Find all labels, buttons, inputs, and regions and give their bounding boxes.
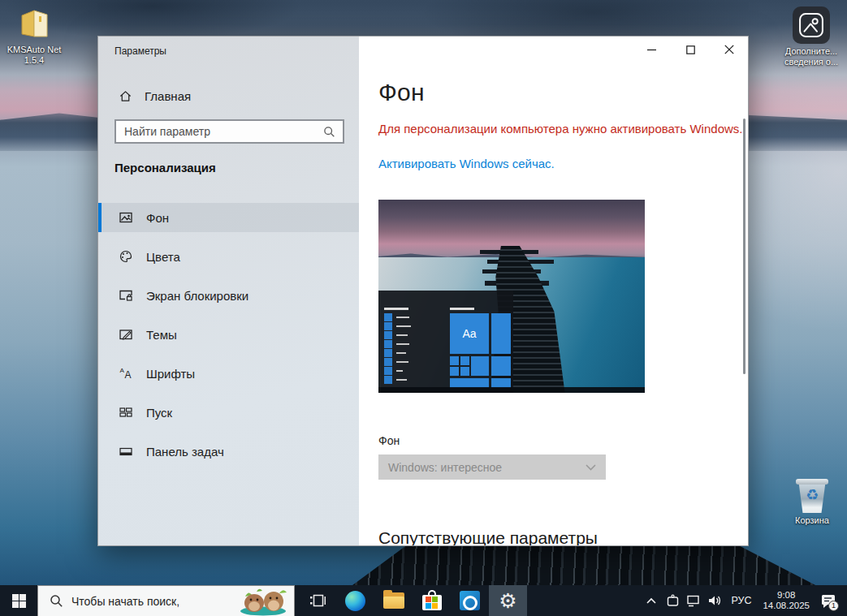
gear-icon: ⚙ (499, 591, 516, 611)
nav-label: Шрифты (146, 367, 195, 381)
page-title: Фон (378, 79, 425, 106)
picture-tile (793, 6, 830, 44)
nav-label: Панель задач (146, 445, 224, 459)
recycle-glyph: ♻ (796, 486, 828, 504)
start-layout-icon (119, 405, 133, 420)
preview-taskbar (378, 387, 645, 393)
close-button[interactable] (719, 41, 740, 58)
activation-warning: Для персонализации компьютера нужно акти… (378, 122, 742, 136)
search-highlight-image (232, 587, 294, 616)
minimize-button[interactable] (641, 41, 662, 58)
background-icon (119, 210, 133, 225)
preview-start-menu: Aa (378, 291, 513, 393)
settings-search-box[interactable] (115, 119, 344, 144)
chevron-down-icon (586, 464, 596, 471)
wallpaper-pier (349, 539, 820, 588)
clock[interactable]: 9:08 14.08.2025 (759, 590, 813, 611)
store-button[interactable] (413, 585, 451, 616)
picture-icon (797, 11, 825, 39)
tray-date: 14.08.2025 (763, 601, 810, 611)
tray-network-icon[interactable] (685, 585, 702, 616)
nav-label: Цвета (146, 250, 180, 264)
settings-window: Параметры Главная Персонализация Фон (97, 36, 749, 546)
search-icon (323, 126, 335, 138)
outlook-button[interactable] (451, 585, 489, 616)
recycle-bin-icon: ♻ (796, 479, 828, 513)
taskbar-apps: ⚙ (298, 585, 527, 616)
nav-label: Темы (146, 328, 177, 342)
desktop-icon-label: KMSAuto Net 1.5.4 (0, 45, 68, 66)
sidebar-nav: Фон Цвета Экран блокировки (98, 203, 359, 476)
edge-icon (345, 591, 365, 611)
sidebar-item-start[interactable]: Пуск (98, 398, 359, 427)
desktop-icon-spotlight-info[interactable]: Дополните... сведения о... (776, 6, 846, 67)
file-explorer-icon (383, 592, 404, 609)
settings-sidebar: Параметры Главная Персонализация Фон (98, 37, 359, 545)
windows-logo-icon (12, 594, 26, 608)
desktop-icon-kmsauto[interactable]: KMSAuto Net 1.5.4 (0, 6, 68, 66)
language-indicator[interactable]: РУС (728, 595, 754, 606)
window-title: Параметры (115, 45, 166, 57)
taskbar-search-input[interactable] (71, 595, 232, 608)
svg-text:A: A (125, 369, 132, 381)
window-caption-buttons (641, 41, 740, 58)
maximize-button[interactable] (680, 41, 701, 58)
system-tray: РУС 9:08 14.08.2025 1 (643, 585, 847, 616)
desktop-icon-recycle-bin[interactable]: ♻ Корзина (780, 479, 845, 526)
sidebar-item-themes[interactable]: Темы (98, 320, 359, 349)
taskbar: ⚙ РУС 9:08 14.08.2025 1 (0, 585, 847, 616)
sidebar-item-lock-screen[interactable]: Экран блокировки (98, 281, 359, 310)
edge-button[interactable] (336, 585, 374, 616)
preview-aa-tile: Aa (450, 313, 489, 354)
search-icon (50, 594, 63, 608)
desktop-icon-label: Корзина (780, 515, 845, 526)
task-view-icon (309, 592, 326, 610)
outlook-icon (460, 591, 480, 610)
file-explorer-button[interactable] (374, 585, 413, 616)
background-field-label: Фон (378, 434, 400, 447)
desktop-icon-label: Дополните... сведения о... (776, 46, 846, 67)
dropdown-value: Windows: интересное (388, 461, 586, 474)
taskbar-search-box[interactable] (37, 585, 295, 616)
sidebar-item-home[interactable]: Главная (115, 85, 326, 106)
palette-icon (119, 249, 133, 264)
tray-device-icon[interactable] (664, 585, 681, 616)
nav-label: Пуск (146, 406, 172, 420)
tray-volume-icon[interactable] (707, 585, 723, 616)
home-label: Главная (145, 89, 191, 103)
sidebar-item-colors[interactable]: Цвета (98, 242, 359, 271)
settings-button[interactable]: ⚙ (489, 585, 527, 616)
tray-chevron-up-icon[interactable] (643, 585, 659, 616)
themes-icon (119, 327, 133, 342)
scrollbar[interactable] (743, 118, 745, 374)
nav-label: Фон (146, 211, 169, 225)
related-settings-heading: Сопутствующие параметры (378, 528, 598, 546)
open-folder-icon (15, 6, 54, 39)
background-dropdown[interactable]: Windows: интересное (378, 454, 606, 480)
action-center-button[interactable]: 1 (818, 585, 839, 616)
home-icon (119, 89, 132, 103)
task-view-button[interactable] (298, 585, 336, 616)
tray-time: 9:08 (763, 590, 810, 601)
sidebar-item-background[interactable]: Фон (98, 203, 359, 232)
store-icon (422, 590, 442, 611)
taskbar-settings-icon (119, 444, 133, 459)
sidebar-item-fonts[interactable]: A A Шрифты (98, 359, 359, 388)
sidebar-section-title: Персонализация (115, 161, 216, 174)
background-preview: Aa (378, 200, 645, 393)
sidebar-item-taskbar[interactable]: Панель задач (98, 437, 359, 466)
activate-windows-link[interactable]: Активировать Windows сейчас. (378, 157, 555, 170)
nav-label: Экран блокировки (146, 289, 248, 303)
start-button[interactable] (0, 585, 37, 616)
settings-search-input[interactable] (116, 125, 323, 138)
fonts-icon: A A (119, 366, 133, 381)
lock-screen-icon (119, 288, 133, 303)
notification-badge: 1 (828, 601, 839, 611)
settings-content: Фон Для персонализации компьютера нужно … (359, 37, 748, 545)
